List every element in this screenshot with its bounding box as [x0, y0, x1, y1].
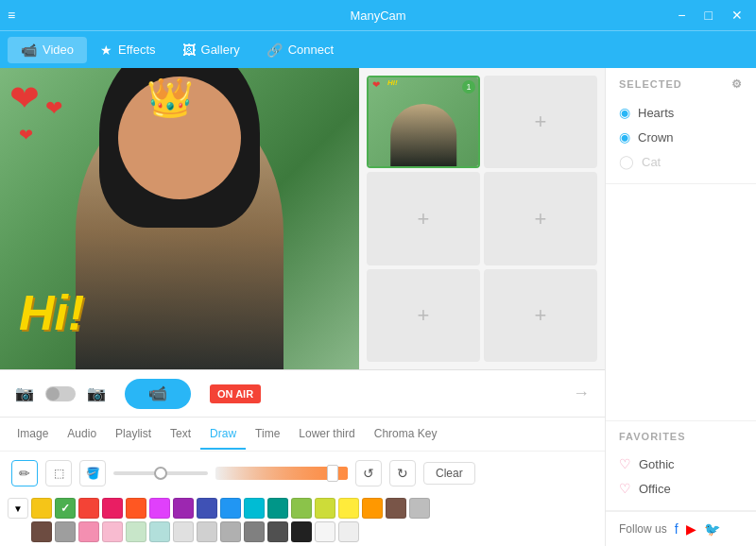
sidebar-item-office[interactable]: ♡ Office: [619, 476, 743, 501]
color-swatch-teal[interactable]: [267, 498, 288, 519]
grid-cell-6[interactable]: +: [484, 269, 597, 362]
color-swatch-yellow-green[interactable]: [315, 498, 335, 519]
redo-button[interactable]: ↻: [389, 460, 416, 486]
sidebar-item-cat[interactable]: ◯ Cat: [619, 149, 743, 174]
tab-chroma-key[interactable]: Chroma Key: [365, 419, 447, 450]
nav-connect[interactable]: 🔗 Connect: [253, 37, 347, 63]
tabs-bar: Image Audio Playlist Text Draw Time Lowe…: [0, 417, 605, 451]
color-swatch-red[interactable]: [78, 498, 99, 519]
menu-icon[interactable]: ≡: [8, 8, 15, 23]
video-preview: ❤ ❤ ❤ 👑 Hi!: [0, 68, 359, 369]
color-swatch-purple[interactable]: [173, 498, 194, 519]
effects-nav-icon: ★: [100, 43, 112, 58]
color-swatch-mint[interactable]: [149, 521, 170, 542]
eye-crown-icon[interactable]: ◉: [619, 129, 630, 145]
color-swatch-lightgray2[interactable]: [197, 521, 217, 542]
color-swatch-green[interactable]: [55, 498, 76, 519]
video-grid-area: ❤ ❤ ❤ 👑 Hi! ❤ Hi!: [0, 68, 605, 369]
color-swatch-pinklight[interactable]: [78, 521, 99, 542]
eraser-icon: ⬚: [54, 467, 64, 480]
next-arrow-icon[interactable]: →: [573, 384, 590, 403]
grid-cell-4[interactable]: +: [484, 172, 597, 264]
color-swatch-deep-orange[interactable]: [362, 498, 383, 519]
add-source-icon-5: +: [418, 303, 430, 328]
opacity-slider[interactable]: [215, 467, 348, 480]
tab-draw[interactable]: Draw: [200, 419, 246, 450]
clear-button[interactable]: Clear: [423, 462, 475, 485]
color-swatch-indigo[interactable]: [197, 498, 217, 519]
maximize-button[interactable]: □: [699, 6, 718, 25]
grid-cell-2[interactable]: +: [484, 76, 597, 168]
color-swatch-black[interactable]: [291, 521, 312, 542]
sidebar-item-gothic[interactable]: ♡ Gothic: [619, 452, 743, 476]
color-swatch-gray[interactable]: [55, 521, 76, 542]
eye-cat-icon[interactable]: ◯: [619, 154, 634, 169]
nav-effects-label: Effects: [118, 43, 156, 57]
sidebar-item-hearts[interactable]: ◉ Hearts: [619, 100, 743, 125]
record-button[interactable]: 📹: [125, 379, 191, 409]
color-swatch-orange[interactable]: [126, 498, 146, 519]
pencil-tool-button[interactable]: ✏: [11, 460, 38, 486]
palette-dropdown[interactable]: ▼: [8, 498, 28, 519]
tab-audio[interactable]: Audio: [58, 419, 106, 450]
color-swatch-darkgray2[interactable]: [267, 521, 288, 542]
color-swatch-brown2[interactable]: [31, 521, 52, 542]
grid-cell-1[interactable]: ❤ Hi! 1: [367, 76, 480, 168]
color-swatch-silver[interactable]: [409, 498, 430, 519]
photo-icon[interactable]: 📷: [87, 384, 106, 402]
color-swatch-offwhite[interactable]: [338, 521, 359, 542]
tab-time[interactable]: Time: [246, 419, 289, 450]
opacity-thumb[interactable]: [327, 465, 338, 482]
favorites-label: FAVORITES: [619, 431, 686, 442]
heart-big: ❤: [9, 77, 40, 119]
camera-green-icon[interactable]: 📷: [15, 384, 34, 402]
color-swatch-amber[interactable]: [338, 498, 359, 519]
color-swatch-purple-light[interactable]: [149, 498, 170, 519]
right-sidebar: SELECTED ⚙ ◉ Hearts ◉ Crown ◯ Cat FAVORI…: [605, 68, 756, 546]
close-button[interactable]: ✕: [726, 6, 748, 25]
hearts-overlay: ❤ ❤ ❤: [9, 77, 85, 153]
nav-video[interactable]: 📹 Video: [8, 37, 87, 63]
undo-button[interactable]: ↺: [355, 460, 382, 486]
tab-image[interactable]: Image: [8, 419, 58, 450]
nav-effects[interactable]: ★ Effects: [87, 37, 169, 63]
color-swatch-lightgray1[interactable]: [173, 521, 194, 542]
tab-playlist[interactable]: Playlist: [106, 419, 161, 450]
facebook-icon[interactable]: f: [675, 521, 679, 537]
tab-text[interactable]: Text: [161, 419, 200, 450]
minimize-button[interactable]: −: [672, 6, 691, 25]
hi-text: Hi!: [19, 284, 84, 341]
nav-gallery[interactable]: 🖼 Gallery: [169, 37, 253, 63]
grid-cell-5[interactable]: +: [367, 269, 480, 362]
color-swatch-brown[interactable]: [386, 498, 406, 519]
sidebar-item-crown[interactable]: ◉ Crown: [619, 125, 743, 149]
color-swatch-yellow[interactable]: [31, 498, 52, 519]
youtube-icon[interactable]: ▶: [686, 521, 696, 537]
eye-hearts-icon[interactable]: ◉: [619, 105, 630, 120]
crown-overlay: 👑: [146, 76, 194, 120]
color-swatch-darkgray1[interactable]: [244, 521, 265, 542]
color-swatch-pink[interactable]: [102, 498, 123, 519]
sidebar-crown-label: Crown: [638, 130, 674, 145]
color-swatch-lime[interactable]: [291, 498, 312, 519]
size-slider[interactable]: [113, 471, 208, 475]
tab-lower-third[interactable]: Lower third: [289, 419, 364, 450]
titlebar: ≡ ManyCam − □ ✕: [0, 0, 756, 30]
eraser-tool-button[interactable]: ⬚: [45, 460, 72, 486]
grid-cell-3[interactable]: +: [367, 172, 480, 264]
favorites-section-header: FAVORITES: [619, 431, 743, 442]
color-swatch-white[interactable]: [315, 521, 335, 542]
color-swatch-cyan[interactable]: [244, 498, 265, 519]
color-swatch-medgray[interactable]: [220, 521, 241, 542]
toggle-switch[interactable]: [45, 386, 76, 401]
color-swatch-rosepale[interactable]: [102, 521, 123, 542]
record-camera-icon: 📹: [148, 384, 167, 402]
color-swatch-mintgreen[interactable]: [126, 521, 146, 542]
selected-section-header: SELECTED ⚙: [619, 77, 743, 91]
selected-section: SELECTED ⚙ ◉ Hearts ◉ Crown ◯ Cat: [606, 68, 756, 183]
color-swatch-blue[interactable]: [220, 498, 241, 519]
twitter-icon[interactable]: 🐦: [704, 521, 720, 537]
fill-tool-button[interactable]: 🪣: [79, 460, 106, 486]
filter-icon[interactable]: ⚙: [731, 77, 743, 91]
main-area: ❤ ❤ ❤ 👑 Hi! ❤ Hi!: [0, 68, 756, 546]
